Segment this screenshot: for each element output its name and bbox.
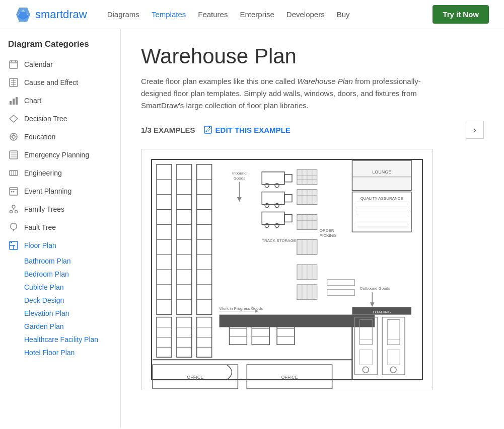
- main-nav: Diagrams Templates Features Enterprise D…: [107, 10, 433, 19]
- sidebar-sub-cubicle-plan[interactable]: Cubicle Plan: [0, 281, 120, 294]
- sidebar-sub-bathroom-plan[interactable]: Bathroom Plan: [0, 254, 120, 268]
- svg-text:Inbound: Inbound: [232, 171, 247, 176]
- sidebar-item-education[interactable]: Education: [0, 128, 120, 146]
- svg-rect-120: [352, 160, 411, 191]
- sidebar-item-emergency-planning[interactable]: Emergency Planning: [0, 146, 120, 164]
- sidebar: Diagram Categories Calendar Cause and Ef…: [0, 29, 121, 428]
- sidebar-item-fault-tree[interactable]: Fault Tree: [0, 218, 120, 236]
- svg-point-34: [12, 205, 15, 208]
- sidebar-sub-hotel-floor-plan[interactable]: Hotel Floor Plan: [0, 346, 120, 359]
- nav-developers[interactable]: Developers: [286, 10, 325, 19]
- svg-text:Outbound Goods: Outbound Goods: [359, 286, 390, 291]
- nav-templates[interactable]: Templates: [152, 10, 186, 19]
- sidebar-label-cause-effect: Cause and Effect: [24, 78, 78, 87]
- example-count: 1/3 EXAMPLES: [141, 126, 195, 134]
- svg-text:TRACK STORAGE: TRACK STORAGE: [262, 238, 296, 243]
- page-layout: Diagram Categories Calendar Cause and Ef…: [0, 29, 504, 428]
- sidebar-label-calendar: Calendar: [24, 60, 53, 68]
- svg-point-35: [10, 211, 13, 213]
- svg-text:OFFICE: OFFICE: [281, 375, 298, 380]
- sidebar-item-cause-effect[interactable]: Cause and Effect: [0, 73, 120, 92]
- nav-buy[interactable]: Buy: [337, 10, 350, 19]
- warehouse-plan-svg: Inbound Goods: [141, 149, 433, 390]
- sidebar-label-chart: Chart: [24, 97, 41, 105]
- svg-text:ORDER: ORDER: [320, 228, 334, 233]
- svg-rect-12: [10, 101, 12, 105]
- svg-rect-45: [11, 242, 12, 243]
- event-planning-icon: [8, 186, 19, 197]
- chart-icon: [8, 95, 19, 106]
- cause-effect-icon: [8, 77, 19, 88]
- svg-rect-46: [204, 126, 211, 133]
- svg-marker-15: [10, 115, 18, 122]
- fault-tree-icon: [8, 222, 19, 233]
- family-trees-icon: [8, 204, 19, 215]
- svg-text:QUALITY ASSURANCE: QUALITY ASSURANCE: [361, 196, 403, 201]
- calendar-icon: [8, 59, 19, 70]
- svg-rect-133: [220, 315, 375, 327]
- sidebar-item-engineering[interactable]: Engineering: [0, 164, 120, 182]
- sidebar-item-calendar[interactable]: Calendar: [0, 55, 120, 73]
- svg-rect-13: [13, 99, 15, 105]
- sidebar-label-family-trees: Family Trees: [24, 205, 64, 213]
- sidebar-label-event-planning: Event Planning: [24, 187, 71, 195]
- sidebar-item-event-planning[interactable]: Event Planning: [0, 182, 120, 200]
- svg-text:OFFICE: OFFICE: [187, 375, 203, 380]
- sidebar-item-floor-plan[interactable]: Floor Plan: [0, 236, 120, 254]
- svg-text:Work in Progress Goods: Work in Progress Goods: [220, 306, 263, 311]
- warehouse-diagram: Inbound Goods: [141, 149, 433, 390]
- nav-features[interactable]: Features: [198, 10, 228, 19]
- sidebar-item-decision-tree[interactable]: Decision Tree: [0, 110, 120, 128]
- decision-tree-icon: [8, 113, 19, 124]
- edit-example-link[interactable]: EDIT THIS EXAMPLE: [203, 125, 291, 134]
- svg-line-38: [11, 210, 14, 211]
- example-bar: 1/3 EXAMPLES EDIT THIS EXAMPLE ›: [141, 121, 484, 139]
- emergency-icon: [8, 149, 19, 160]
- edit-icon: [203, 125, 212, 134]
- sidebar-label-education: Education: [24, 133, 55, 141]
- sidebar-sub-bedroom-plan[interactable]: Bedroom Plan: [0, 268, 120, 281]
- sidebar-item-family-trees[interactable]: Family Trees: [0, 200, 120, 218]
- svg-point-32: [11, 191, 13, 193]
- svg-point-36: [15, 211, 18, 213]
- svg-text:Goods: Goods: [234, 176, 245, 181]
- sidebar-item-chart[interactable]: Chart: [0, 92, 120, 110]
- sidebar-title: Diagram Categories: [0, 39, 120, 55]
- svg-rect-40: [11, 223, 17, 229]
- svg-point-33: [13, 191, 15, 193]
- logo-icon: [15, 7, 31, 23]
- header: smartdraw Diagrams Templates Features En…: [0, 0, 504, 29]
- floor-plan-icon: [8, 240, 19, 251]
- svg-rect-14: [16, 97, 18, 105]
- logo[interactable]: smartdraw: [15, 7, 87, 23]
- next-example-button[interactable]: ›: [466, 121, 484, 139]
- sidebar-sub-elevation-plan[interactable]: Elevation Plan: [0, 307, 120, 320]
- logo-text: smartdraw: [35, 8, 87, 21]
- svg-text:LOUNGE: LOUNGE: [372, 169, 391, 175]
- svg-line-39: [14, 210, 16, 211]
- education-icon: [8, 131, 19, 142]
- nav-enterprise[interactable]: Enterprise: [240, 10, 274, 19]
- page-title: Warehouse Plan: [141, 44, 484, 68]
- svg-text:LOADING: LOADING: [373, 310, 391, 314]
- description: Create floor plan examples like this one…: [141, 75, 438, 112]
- svg-point-17: [12, 135, 15, 138]
- sidebar-label-engineering: Engineering: [24, 169, 62, 177]
- sidebar-label-fault-tree: Fault Tree: [24, 223, 56, 231]
- sidebar-sub-garden-plan[interactable]: Garden Plan: [0, 320, 120, 333]
- sidebar-label-decision-tree: Decision Tree: [24, 115, 67, 123]
- sidebar-label-floor-plan: Floor Plan: [24, 241, 56, 249]
- nav-diagrams[interactable]: Diagrams: [107, 10, 139, 19]
- main-content: Warehouse Plan Create floor plan example…: [121, 29, 504, 428]
- svg-text:PICKING: PICKING: [320, 233, 336, 238]
- try-now-button[interactable]: Try it Now: [433, 5, 489, 24]
- svg-rect-3: [10, 61, 18, 68]
- engineering-icon: [8, 167, 19, 179]
- sidebar-label-emergency-planning: Emergency Planning: [24, 151, 89, 159]
- sidebar-sub-healthcare-plan[interactable]: Healthcare Facility Plan: [0, 333, 120, 346]
- sidebar-sub-deck-design[interactable]: Deck Design: [0, 294, 120, 307]
